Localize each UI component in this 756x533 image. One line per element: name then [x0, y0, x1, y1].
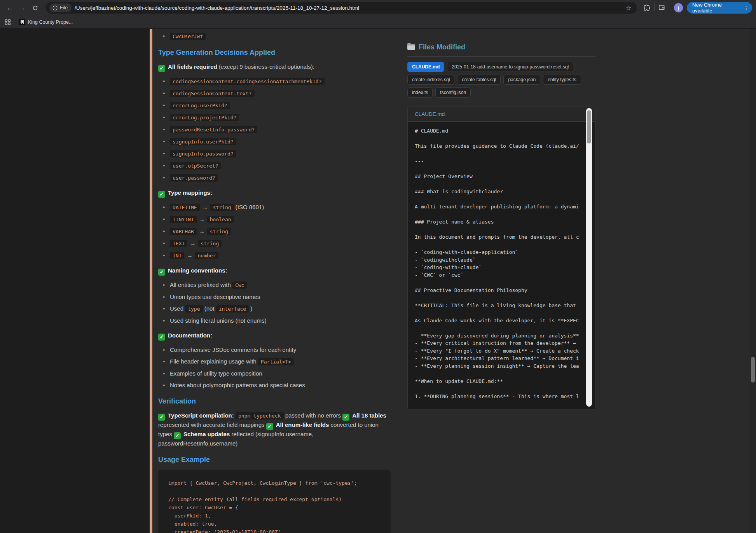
list-item: TINYINT→boolean: [161, 215, 391, 224]
file-chip[interactable]: tsconfig.json: [435, 87, 471, 98]
inline-code: string: [210, 204, 234, 211]
plain-text: Union types use descriptive names: [170, 294, 260, 300]
plain-text: Notes about polymorphic patterns and spe…: [170, 382, 305, 388]
documentation-list: Comprehensive JSDoc comments for each en…: [161, 346, 391, 390]
toolbar-separator: [654, 4, 655, 11]
all-fields-paragraph: All fields required (except 9 business-c…: [158, 63, 391, 72]
inline-code: VARCHAR: [170, 228, 197, 235]
update-chrome-button[interactable]: New Chrome available ⋮: [687, 2, 752, 14]
markdown-content: CwcUserJwt Type Generation Decisions App…: [158, 31, 391, 533]
plain-text: (ISO 8601): [234, 204, 264, 210]
inline-code: string: [198, 240, 222, 247]
avatar-letter: j: [678, 5, 679, 10]
inline-code: string: [207, 228, 231, 235]
bookmark-item[interactable]: King County Prope...: [19, 19, 73, 25]
plain-text: Examples of utility type composition: [170, 370, 262, 377]
back-button[interactable]: ←: [4, 2, 15, 14]
window-scrollbar-thumb[interactable]: [751, 357, 755, 383]
url-text: /Users/jeffbazinet/coding-with-claude/so…: [75, 5, 622, 11]
viewer-scrollbar-thumb[interactable]: [587, 110, 591, 143]
files-modified-panel: Files Modified CLAUDE.md 2025-01-18-add-…: [407, 31, 595, 533]
window-scrollbar-track[interactable]: [750, 29, 756, 533]
check-icon: [158, 269, 165, 276]
check-icon: [266, 423, 273, 430]
check-icon: [158, 414, 165, 421]
bookmark-label: King County Prope...: [28, 19, 73, 25]
file-chip[interactable]: create-tables.sql: [457, 75, 501, 85]
inline-code: TEXT: [170, 240, 187, 247]
file-chip[interactable]: create-indexes.sql: [407, 75, 454, 85]
file-chip[interactable]: entityTypes.ts: [543, 75, 581, 85]
file-chip[interactable]: index.ts: [407, 87, 433, 98]
inline-code: TINYINT: [170, 216, 197, 223]
naming-conventions-list: All entities prefixed with Cwc Union typ…: [161, 281, 391, 325]
inline-code: number: [195, 252, 218, 259]
file-chip-claude-md[interactable]: CLAUDE.md: [407, 62, 444, 72]
type-mappings-paragraph: Type mappings:: [158, 189, 391, 198]
list-item: File header explaining usage with Partia…: [161, 357, 391, 366]
usage-example-code-block: import { CwcUser, CwcProject, CwcLoginTy…: [158, 470, 391, 533]
list-item: VARCHAR→string: [161, 227, 391, 236]
extensions-icon[interactable]: [643, 4, 650, 12]
address-bar[interactable]: File /Users/jeffbazinet/coding-with-clau…: [45, 2, 637, 14]
files-modified-header: Files Modified: [407, 43, 595, 51]
inline-code: type: [185, 305, 203, 313]
inline-code: passwordResetInfo.password?: [170, 126, 257, 133]
list-item: user.otpSecret?: [161, 161, 391, 170]
tab-search-icon[interactable]: [658, 4, 666, 11]
list-item: INT→number: [161, 251, 391, 260]
file-chip[interactable]: 2025-01-18-add-username-to-signup-passwo…: [447, 62, 573, 72]
browser-chrome: ← → File /Users/jeffbazinet/coding-with-…: [0, 0, 756, 29]
bold-text: Documentation:: [168, 332, 212, 339]
bold-text: All 18 tables: [352, 412, 386, 419]
site-info-chip[interactable]: File: [49, 3, 72, 12]
reload-button[interactable]: [30, 2, 41, 14]
list-item: Union types use descriptive names: [161, 293, 391, 301]
list-item: DATETIME→string (ISO 8601): [161, 203, 391, 212]
plain-text: represented with accurate field mappings: [158, 421, 266, 428]
type-mappings-list: DATETIME→string (ISO 8601) TINYINT→boole…: [161, 203, 391, 260]
inline-code: codingSessionContent.codingSessionAttach…: [170, 78, 325, 85]
files-modified-title: Files Modified: [419, 43, 465, 51]
file-viewer-content: # CLAUDE.md This file provides guidance …: [408, 122, 595, 401]
viewer-scrollbar-track[interactable]: [586, 108, 592, 407]
browser-menu-icon[interactable]: ⋮: [744, 5, 749, 11]
file-chip[interactable]: package.json: [503, 75, 540, 85]
plain-text: reflected (signupInfo.username, password…: [158, 431, 313, 447]
back-icon: ←: [6, 4, 13, 12]
file-viewer: CLAUDE.md # CLAUDE.md This file provides…: [407, 107, 595, 410]
reload-icon: [32, 5, 38, 11]
plain-text: Used string literal unions (not enums): [170, 317, 266, 324]
list-item: codingSessionContent.text?: [161, 89, 391, 98]
forward-button[interactable]: →: [17, 2, 28, 14]
bookmark-star-icon[interactable]: ☆: [625, 4, 633, 12]
plain-text: Used: [170, 305, 185, 312]
plain-text: (except 9 business-critical optionals):: [217, 63, 314, 70]
list-item: TEXT→string: [161, 239, 391, 248]
verification-paragraph: TypeScript compilation: pnpm typecheck p…: [158, 411, 391, 448]
bold-text: All fields required: [168, 63, 217, 70]
inline-code: signupInfo.password?: [170, 150, 236, 157]
list-item: user.password?: [161, 173, 391, 182]
inline-code: Cwc: [232, 281, 247, 289]
check-icon: [158, 334, 165, 341]
toolbar-right: j New Chrome available ⋮: [643, 2, 752, 14]
plain-text: All entities prefixed with: [170, 281, 232, 288]
profile-avatar[interactable]: j: [674, 3, 683, 12]
browser-toolbar: ← → File /Users/jeffbazinet/coding-with-…: [0, 0, 756, 16]
bold-text: Naming conventions:: [168, 267, 227, 274]
file-viewer-title: CLAUDE.md: [408, 107, 595, 122]
list-item: Comprehensive JSDoc comments for each en…: [161, 346, 391, 354]
inline-code: user.password?: [170, 174, 218, 182]
assistant-message-card: CwcUserJwt Type Generation Decisions App…: [150, 29, 756, 533]
inline-code: errorLog.projectPkId?: [170, 114, 239, 121]
list-item: Examples of utility type composition: [161, 369, 391, 378]
section-heading-usage-example: Usage Example: [158, 455, 391, 464]
inline-code: pnpm typecheck: [236, 412, 284, 419]
apps-grid-icon[interactable]: [5, 19, 11, 25]
documentation-paragraph: Documentation:: [158, 331, 391, 341]
plain-text: Comprehensive JSDoc comments for each en…: [170, 346, 296, 353]
check-icon: [174, 432, 181, 439]
arrow-icon: →: [187, 252, 192, 259]
inline-code: errorLog.userPkId?: [170, 102, 230, 109]
